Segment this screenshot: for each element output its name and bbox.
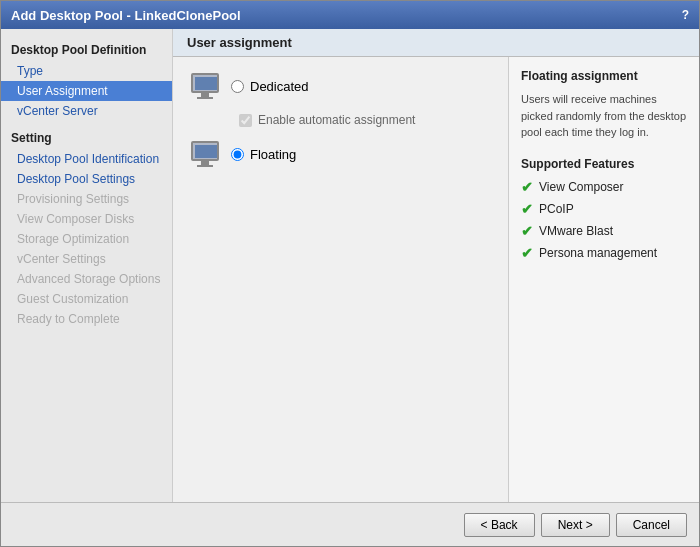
- feature-vmware-blast: ✔ VMware Blast: [521, 223, 687, 239]
- floating-option-row: Floating: [187, 139, 494, 169]
- next-button[interactable]: Next >: [541, 513, 610, 537]
- main-content: User assignment: [173, 29, 699, 502]
- footer: < Back Next > Cancel: [1, 502, 699, 546]
- help-button[interactable]: ?: [682, 8, 689, 22]
- right-panel: Floating assignment Users will receive m…: [509, 57, 699, 502]
- sidebar-section-setting: Setting: [1, 127, 172, 149]
- sidebar-item-storage-opt: Storage Optimization: [1, 229, 172, 249]
- dialog-title: Add Desktop Pool - LinkedClonePool: [11, 8, 241, 23]
- sidebar: Desktop Pool Definition Type User Assign…: [1, 29, 173, 502]
- feature-view-composer: ✔ View Composer: [521, 179, 687, 195]
- main-header: User assignment: [173, 29, 699, 57]
- monitor-icon-floating: [191, 141, 219, 167]
- sidebar-item-pool-settings[interactable]: Desktop Pool Settings: [1, 169, 172, 189]
- floating-radio[interactable]: [231, 148, 244, 161]
- check-icon-view-composer: ✔: [521, 179, 533, 195]
- feature-pcoip: ✔ PCoIP: [521, 201, 687, 217]
- left-panel: Dedicated Enable automatic assignment: [173, 57, 509, 502]
- monitor-icon-dedicated: [191, 73, 219, 99]
- check-icon-vmware-blast: ✔: [521, 223, 533, 239]
- sidebar-item-advanced-storage: Advanced Storage Options: [1, 269, 172, 289]
- auto-assignment-row: Enable automatic assignment: [239, 113, 494, 127]
- floating-radio-label[interactable]: Floating: [231, 147, 296, 162]
- floating-assignment-desc: Users will receive machines picked rando…: [521, 91, 687, 141]
- sidebar-section-desktop-pool-definition: Desktop Pool Definition: [1, 39, 172, 61]
- supported-features-title: Supported Features: [521, 157, 687, 171]
- cancel-button[interactable]: Cancel: [616, 513, 687, 537]
- dedicated-radio-label[interactable]: Dedicated: [231, 79, 309, 94]
- sidebar-item-vcenter-server[interactable]: vCenter Server: [1, 101, 172, 121]
- title-bar: Add Desktop Pool - LinkedClonePool ?: [1, 1, 699, 29]
- floating-desktop-icon: [187, 139, 223, 169]
- dedicated-radio[interactable]: [231, 80, 244, 93]
- content-area: Desktop Pool Definition Type User Assign…: [1, 29, 699, 502]
- sidebar-item-composer-disks: View Composer Disks: [1, 209, 172, 229]
- sidebar-item-provisioning: Provisioning Settings: [1, 189, 172, 209]
- dedicated-desktop-icon: [187, 71, 223, 101]
- check-icon-persona-management: ✔: [521, 245, 533, 261]
- sidebar-item-user-assignment[interactable]: User Assignment: [1, 81, 172, 101]
- dialog: Add Desktop Pool - LinkedClonePool ? Des…: [0, 0, 700, 547]
- dedicated-option-row: Dedicated: [187, 71, 494, 101]
- sidebar-item-type[interactable]: Type: [1, 61, 172, 81]
- sidebar-item-guest-custom: Guest Customization: [1, 289, 172, 309]
- sidebar-item-pool-identification[interactable]: Desktop Pool Identification: [1, 149, 172, 169]
- feature-persona-management: ✔ Persona management: [521, 245, 687, 261]
- main-body: Dedicated Enable automatic assignment: [173, 57, 699, 502]
- check-icon-pcoip: ✔: [521, 201, 533, 217]
- auto-assignment-checkbox[interactable]: [239, 114, 252, 127]
- sidebar-item-ready: Ready to Complete: [1, 309, 172, 329]
- sidebar-item-vcenter-settings: vCenter Settings: [1, 249, 172, 269]
- back-button[interactable]: < Back: [464, 513, 535, 537]
- floating-assignment-title: Floating assignment: [521, 69, 687, 83]
